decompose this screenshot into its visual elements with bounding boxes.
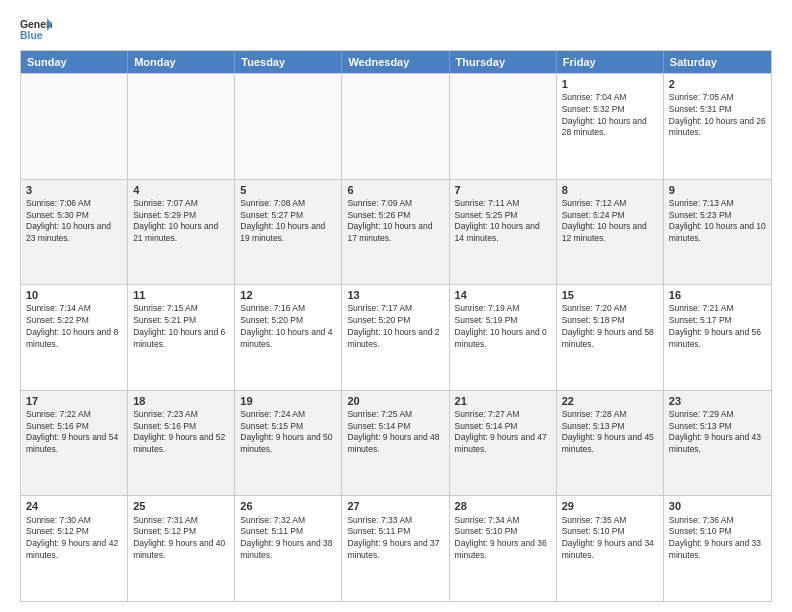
day-cell-4: 4Sunrise: 7:07 AM Sunset: 5:29 PM Daylig… [128,180,235,285]
day-number: 8 [562,183,658,197]
day-info: Sunrise: 7:30 AM Sunset: 5:12 PM Dayligh… [26,515,118,560]
day-cell-16: 16Sunrise: 7:21 AM Sunset: 5:17 PM Dayli… [664,285,771,390]
empty-cell [235,74,342,179]
day-number: 24 [26,499,122,513]
day-info: Sunrise: 7:19 AM Sunset: 5:19 PM Dayligh… [455,303,547,348]
calendar-row-3: 17Sunrise: 7:22 AM Sunset: 5:16 PM Dayli… [21,390,771,496]
day-cell-3: 3Sunrise: 7:06 AM Sunset: 5:30 PM Daylig… [21,180,128,285]
day-cell-7: 7Sunrise: 7:11 AM Sunset: 5:25 PM Daylig… [450,180,557,285]
calendar-row-4: 24Sunrise: 7:30 AM Sunset: 5:12 PM Dayli… [21,495,771,601]
empty-cell [450,74,557,179]
header-day-wednesday: Wednesday [342,51,449,73]
day-number: 27 [347,499,443,513]
day-info: Sunrise: 7:08 AM Sunset: 5:27 PM Dayligh… [240,198,325,243]
day-info: Sunrise: 7:32 AM Sunset: 5:11 PM Dayligh… [240,515,332,560]
day-info: Sunrise: 7:27 AM Sunset: 5:14 PM Dayligh… [455,409,547,454]
day-cell-20: 20Sunrise: 7:25 AM Sunset: 5:14 PM Dayli… [342,391,449,496]
day-info: Sunrise: 7:24 AM Sunset: 5:15 PM Dayligh… [240,409,332,454]
header-day-tuesday: Tuesday [235,51,342,73]
calendar-row-2: 10Sunrise: 7:14 AM Sunset: 5:22 PM Dayli… [21,284,771,390]
day-number: 15 [562,288,658,302]
header-day-sunday: Sunday [21,51,128,73]
day-cell-26: 26Sunrise: 7:32 AM Sunset: 5:11 PM Dayli… [235,496,342,601]
day-number: 26 [240,499,336,513]
day-number: 30 [669,499,766,513]
day-info: Sunrise: 7:29 AM Sunset: 5:13 PM Dayligh… [669,409,761,454]
day-cell-2: 2Sunrise: 7:05 AM Sunset: 5:31 PM Daylig… [664,74,771,179]
calendar-row-1: 3Sunrise: 7:06 AM Sunset: 5:30 PM Daylig… [21,179,771,285]
day-number: 29 [562,499,658,513]
day-cell-18: 18Sunrise: 7:23 AM Sunset: 5:16 PM Dayli… [128,391,235,496]
day-number: 1 [562,77,658,91]
header-day-thursday: Thursday [450,51,557,73]
day-cell-28: 28Sunrise: 7:34 AM Sunset: 5:10 PM Dayli… [450,496,557,601]
day-number: 20 [347,394,443,408]
day-info: Sunrise: 7:05 AM Sunset: 5:31 PM Dayligh… [669,92,766,137]
day-cell-8: 8Sunrise: 7:12 AM Sunset: 5:24 PM Daylig… [557,180,664,285]
day-number: 7 [455,183,551,197]
day-number: 17 [26,394,122,408]
day-info: Sunrise: 7:35 AM Sunset: 5:10 PM Dayligh… [562,515,654,560]
day-number: 10 [26,288,122,302]
header-day-friday: Friday [557,51,664,73]
day-number: 18 [133,394,229,408]
day-info: Sunrise: 7:07 AM Sunset: 5:29 PM Dayligh… [133,198,218,243]
day-info: Sunrise: 7:22 AM Sunset: 5:16 PM Dayligh… [26,409,118,454]
day-cell-9: 9Sunrise: 7:13 AM Sunset: 5:23 PM Daylig… [664,180,771,285]
day-cell-29: 29Sunrise: 7:35 AM Sunset: 5:10 PM Dayli… [557,496,664,601]
day-cell-27: 27Sunrise: 7:33 AM Sunset: 5:11 PM Dayli… [342,496,449,601]
day-info: Sunrise: 7:17 AM Sunset: 5:20 PM Dayligh… [347,303,439,348]
day-info: Sunrise: 7:04 AM Sunset: 5:32 PM Dayligh… [562,92,647,137]
empty-cell [128,74,235,179]
day-cell-11: 11Sunrise: 7:15 AM Sunset: 5:21 PM Dayli… [128,285,235,390]
day-number: 28 [455,499,551,513]
day-info: Sunrise: 7:16 AM Sunset: 5:20 PM Dayligh… [240,303,332,348]
day-cell-21: 21Sunrise: 7:27 AM Sunset: 5:14 PM Dayli… [450,391,557,496]
day-number: 3 [26,183,122,197]
day-info: Sunrise: 7:25 AM Sunset: 5:14 PM Dayligh… [347,409,439,454]
day-number: 13 [347,288,443,302]
day-number: 21 [455,394,551,408]
top-section: General Blue [20,16,772,44]
header-day-monday: Monday [128,51,235,73]
day-info: Sunrise: 7:23 AM Sunset: 5:16 PM Dayligh… [133,409,225,454]
day-info: Sunrise: 7:09 AM Sunset: 5:26 PM Dayligh… [347,198,432,243]
day-info: Sunrise: 7:28 AM Sunset: 5:13 PM Dayligh… [562,409,654,454]
day-info: Sunrise: 7:33 AM Sunset: 5:11 PM Dayligh… [347,515,439,560]
day-cell-22: 22Sunrise: 7:28 AM Sunset: 5:13 PM Dayli… [557,391,664,496]
day-number: 11 [133,288,229,302]
day-cell-25: 25Sunrise: 7:31 AM Sunset: 5:12 PM Dayli… [128,496,235,601]
day-info: Sunrise: 7:20 AM Sunset: 5:18 PM Dayligh… [562,303,654,348]
day-number: 5 [240,183,336,197]
day-cell-17: 17Sunrise: 7:22 AM Sunset: 5:16 PM Dayli… [21,391,128,496]
day-cell-23: 23Sunrise: 7:29 AM Sunset: 5:13 PM Dayli… [664,391,771,496]
day-cell-6: 6Sunrise: 7:09 AM Sunset: 5:26 PM Daylig… [342,180,449,285]
day-number: 4 [133,183,229,197]
day-info: Sunrise: 7:14 AM Sunset: 5:22 PM Dayligh… [26,303,118,348]
day-cell-30: 30Sunrise: 7:36 AM Sunset: 5:10 PM Dayli… [664,496,771,601]
day-cell-10: 10Sunrise: 7:14 AM Sunset: 5:22 PM Dayli… [21,285,128,390]
day-cell-12: 12Sunrise: 7:16 AM Sunset: 5:20 PM Dayli… [235,285,342,390]
day-cell-19: 19Sunrise: 7:24 AM Sunset: 5:15 PM Dayli… [235,391,342,496]
day-cell-5: 5Sunrise: 7:08 AM Sunset: 5:27 PM Daylig… [235,180,342,285]
day-info: Sunrise: 7:15 AM Sunset: 5:21 PM Dayligh… [133,303,225,348]
day-number: 12 [240,288,336,302]
day-number: 25 [133,499,229,513]
svg-text:Blue: Blue [20,30,43,41]
day-number: 9 [669,183,766,197]
day-info: Sunrise: 7:36 AM Sunset: 5:10 PM Dayligh… [669,515,761,560]
day-number: 6 [347,183,443,197]
empty-cell [342,74,449,179]
generalblue-logo-icon: General Blue [20,16,52,44]
day-info: Sunrise: 7:21 AM Sunset: 5:17 PM Dayligh… [669,303,761,348]
day-info: Sunrise: 7:11 AM Sunset: 5:25 PM Dayligh… [455,198,540,243]
calendar-body: 1Sunrise: 7:04 AM Sunset: 5:32 PM Daylig… [21,73,771,601]
empty-cell [21,74,128,179]
day-cell-1: 1Sunrise: 7:04 AM Sunset: 5:32 PM Daylig… [557,74,664,179]
day-info: Sunrise: 7:06 AM Sunset: 5:30 PM Dayligh… [26,198,111,243]
logo: General Blue [20,16,52,44]
day-cell-15: 15Sunrise: 7:20 AM Sunset: 5:18 PM Dayli… [557,285,664,390]
day-number: 2 [669,77,766,91]
calendar-row-0: 1Sunrise: 7:04 AM Sunset: 5:32 PM Daylig… [21,73,771,179]
day-cell-24: 24Sunrise: 7:30 AM Sunset: 5:12 PM Dayli… [21,496,128,601]
